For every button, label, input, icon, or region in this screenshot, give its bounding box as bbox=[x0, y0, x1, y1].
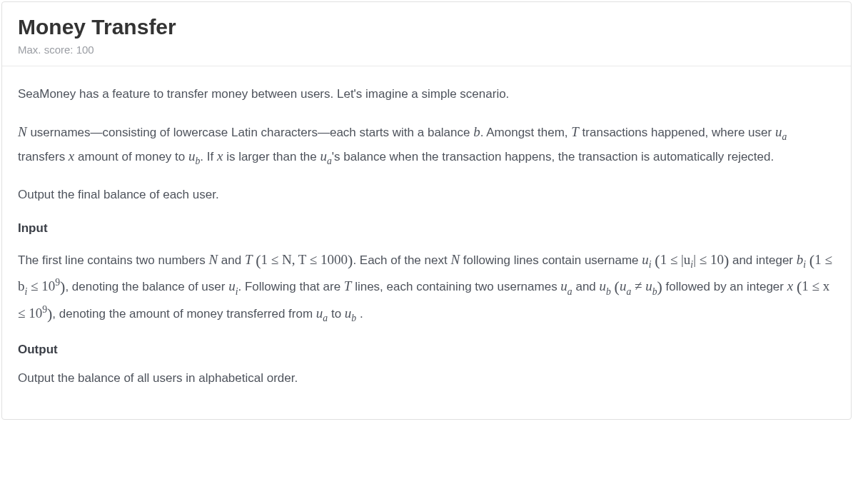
math-u: u bbox=[316, 306, 323, 321]
math-u: u bbox=[775, 124, 782, 139]
text-span: . If bbox=[200, 150, 217, 163]
constraint-body: | ≤ 10 bbox=[693, 252, 724, 267]
math-u: u bbox=[188, 148, 196, 163]
problem-header: Money Transfer Max. score: 100 bbox=[2, 2, 851, 66]
math-sub-i: i bbox=[803, 259, 806, 270]
text-span: transfers bbox=[18, 150, 69, 163]
text-span: followed by an integer bbox=[662, 280, 787, 293]
output-task-paragraph: Output the final balance of each user. bbox=[18, 185, 835, 206]
math-uaub-ne: (ua ≠ ub) bbox=[615, 278, 662, 293]
text-span: , denoting the amount of money transferr… bbox=[52, 307, 316, 321]
math-sub-a: a bbox=[327, 156, 332, 166]
math-u: u bbox=[642, 252, 649, 267]
text-span: is larger than the bbox=[223, 150, 320, 163]
output-paragraph: Output the balance of all users in alpha… bbox=[18, 368, 835, 389]
math-T: T bbox=[571, 124, 579, 139]
scenario-paragraph: N usernames—consisting of lowercase Lati… bbox=[18, 121, 835, 169]
math-sub-a: a bbox=[567, 286, 572, 297]
math-sub-i: i bbox=[236, 286, 238, 297]
text-span: and integer bbox=[729, 253, 797, 267]
math-sub-a: a bbox=[782, 131, 787, 142]
math-ua: ua bbox=[316, 306, 328, 321]
math-ua: ua bbox=[320, 148, 331, 163]
ne-symbol: ≠ bbox=[631, 278, 645, 293]
text-span: . bbox=[356, 307, 363, 321]
math-sub-i: i bbox=[690, 259, 693, 270]
math-sub-i: i bbox=[649, 259, 652, 270]
problem-body: SeaMoney has a feature to transfer money… bbox=[2, 66, 851, 419]
math-u: u bbox=[228, 278, 236, 293]
math-N: N bbox=[18, 124, 27, 139]
math-T: T bbox=[245, 252, 253, 267]
math-x: x bbox=[787, 278, 793, 293]
constraint-body: 1 ≤ |u bbox=[660, 252, 691, 267]
math-bi: bi bbox=[797, 252, 806, 267]
text-span: following lines contain username bbox=[460, 253, 642, 267]
math-nt-constraint: (1 ≤ N, T ≤ 1000) bbox=[256, 252, 353, 267]
math-sub-i: i bbox=[25, 286, 28, 297]
math-sub-b: b bbox=[652, 286, 657, 297]
text-span: , denoting the balance of user bbox=[65, 280, 228, 293]
input-paragraph: The first line contains two numbers N an… bbox=[18, 247, 835, 327]
text-span: The first line contains two numbers bbox=[18, 253, 208, 267]
math-ua: ua bbox=[560, 278, 572, 293]
text-span: . Amongst them, bbox=[480, 126, 572, 139]
paren-open: ( bbox=[655, 251, 660, 269]
paren-open: ( bbox=[615, 278, 620, 296]
math-sub-b: b bbox=[606, 286, 611, 297]
text-span: transactions happened, where user bbox=[579, 126, 775, 139]
math-u: u bbox=[345, 306, 352, 321]
text-span: lines, each containing two usernames bbox=[351, 280, 560, 293]
math-sub-a: a bbox=[323, 313, 328, 323]
math-u: u bbox=[645, 278, 652, 293]
math-ub: ub bbox=[600, 278, 611, 293]
math-N: N bbox=[450, 252, 460, 267]
text-span: 's balance when the transaction happens,… bbox=[332, 150, 774, 163]
text-span: to bbox=[328, 307, 345, 321]
intro-paragraph: SeaMoney has a feature to transfer money… bbox=[18, 84, 835, 105]
output-heading: Output bbox=[18, 343, 835, 357]
text-span: usernames—consisting of lowercase Latin … bbox=[27, 126, 474, 139]
math-b: b bbox=[797, 252, 804, 267]
math-T: T bbox=[344, 278, 352, 293]
text-span: . Each of the next bbox=[353, 253, 450, 267]
text-span: . Following that are bbox=[238, 280, 343, 293]
constraint-body: ≤ 10 bbox=[27, 278, 55, 293]
text-span: amount of money to bbox=[74, 150, 188, 163]
problem-container: Money Transfer Max. score: 100 SeaMoney … bbox=[1, 1, 852, 420]
math-ub: ub bbox=[345, 306, 356, 321]
constraint-body: 1 ≤ N, T ≤ 1000 bbox=[261, 252, 348, 267]
math-u: u bbox=[600, 278, 607, 293]
math-b: b bbox=[473, 124, 480, 139]
max-score-label: Max. score: 100 bbox=[18, 44, 835, 56]
math-u: u bbox=[560, 278, 567, 293]
paren-open: ( bbox=[256, 251, 261, 269]
paren-close: ) bbox=[657, 278, 662, 296]
math-u: u bbox=[620, 278, 627, 293]
math-N: N bbox=[208, 252, 218, 267]
input-heading: Input bbox=[18, 221, 835, 236]
text-span: and bbox=[572, 280, 600, 293]
math-ub: ub bbox=[188, 148, 200, 163]
text-span: and bbox=[218, 253, 245, 267]
math-sub-b: b bbox=[351, 313, 356, 323]
math-u: u bbox=[320, 148, 327, 163]
exponent: 9 bbox=[42, 303, 47, 314]
math-ui: ui bbox=[228, 278, 238, 293]
math-sub-b: b bbox=[196, 156, 201, 166]
math-ua: ua bbox=[775, 124, 787, 139]
math-ui: ui bbox=[642, 252, 651, 267]
math-ui-constraint: (1 ≤ |ui| ≤ 10) bbox=[655, 252, 729, 267]
problem-title: Money Transfer bbox=[18, 15, 835, 39]
math-sub-a: a bbox=[626, 286, 631, 297]
